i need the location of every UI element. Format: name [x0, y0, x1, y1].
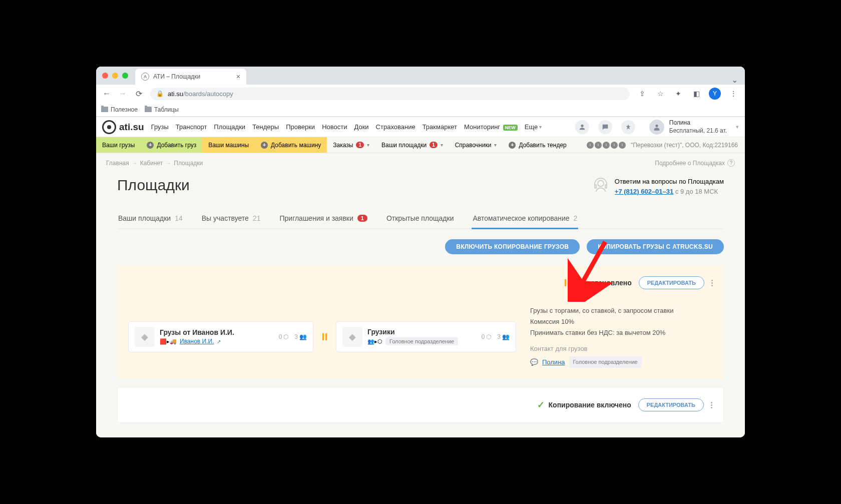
info-line: Комиссия 10% — [530, 316, 713, 327]
extensions-icon[interactable]: ✦ — [673, 90, 684, 98]
nav-cargo[interactable]: Грузы — [151, 123, 169, 131]
reload-icon[interactable]: ⟳ — [134, 89, 143, 99]
owner-link[interactable]: Иванов И.И. — [180, 338, 214, 345]
svg-point-0 — [581, 124, 583, 127]
help-hours: с 9 до 18 МСК — [675, 188, 718, 195]
nav-truckmarket[interactable]: Тракмаркет — [423, 123, 457, 131]
orders-link[interactable]: Заказы1▾ — [327, 137, 375, 153]
department-tag: Головное подразделение — [569, 356, 642, 368]
users-icon: 👥 — [502, 333, 510, 340]
close-tab-icon[interactable]: × — [236, 73, 240, 81]
user-circle-icon[interactable] — [575, 120, 589, 134]
tab-title: АТИ – Площадки — [153, 73, 200, 80]
help-title: Ответим на вопросы по Площадкам — [615, 177, 724, 187]
folder-icon — [101, 107, 108, 112]
chat-icon: 💬 — [530, 357, 538, 368]
references-link[interactable]: Справочники▾ — [449, 137, 503, 153]
contact-name[interactable]: Полина — [542, 357, 565, 368]
stack-icon: ◆ — [135, 327, 155, 347]
pause-icon — [322, 333, 327, 340]
tab-your-boards[interactable]: Ваши площадки14 — [117, 210, 184, 228]
dest-board-card[interactable]: ◆ Грузики 👥▸⬡ Головное подразделение 0⬡ — [336, 321, 516, 352]
autocopy-card-enabled: ✓ Копирование включено РЕДАКТИРОВАТЬ — [117, 387, 724, 423]
breadcrumb-home[interactable]: Главная — [106, 160, 129, 167]
nav-monitoring[interactable]: Мониторинг NEW — [464, 123, 518, 131]
nav-checks[interactable]: Проверки — [286, 123, 315, 131]
share-icon[interactable]: ⇪ — [637, 90, 648, 98]
help-icon: ? — [727, 159, 735, 167]
help-block: Ответим на вопросы по Площадкам +7 (812)… — [592, 177, 724, 196]
more-menu-icon[interactable] — [711, 402, 712, 408]
chevron-down-icon: ▾ — [736, 124, 739, 130]
nav-more[interactable]: Еще▾ — [525, 123, 542, 131]
address-bar[interactable]: 🔒 ati.su/boards/autocopy — [150, 88, 630, 100]
box-icon: ⬡ — [283, 333, 288, 340]
headset-icon — [592, 177, 610, 195]
back-icon[interactable]: ← — [102, 89, 111, 98]
add-tender-button[interactable]: +Добавить тендер — [503, 137, 572, 153]
copy-atrucks-button[interactable]: КОПИРОВАТЬ ГРУЗЫ С ATRUCKS.SU — [587, 239, 724, 254]
user-menu[interactable]: Полина Бесплатный, 21.6 ат. ▾ — [644, 119, 739, 135]
bell-icon[interactable] — [621, 120, 635, 134]
add-machine-button[interactable]: +Добавить машину — [255, 137, 327, 153]
plus-icon: + — [261, 142, 268, 149]
user-name: Полина — [669, 119, 727, 127]
edit-button[interactable]: РЕДАКТИРОВАТЬ — [639, 276, 704, 289]
chat-icon[interactable] — [598, 120, 612, 134]
add-cargo-button[interactable]: +Добавить груз — [141, 137, 202, 153]
nav-boards[interactable]: Площадки — [214, 123, 245, 131]
forward-icon[interactable]: → — [118, 89, 127, 98]
your-cargo-link[interactable]: Ваши грузы — [96, 137, 141, 153]
nav-transport[interactable]: Транспорт — [176, 123, 207, 131]
svg-point-2 — [598, 181, 604, 187]
bookmark-folder[interactable]: Таблицы — [145, 106, 179, 113]
avatar-icon — [649, 120, 664, 135]
enable-copy-button[interactable]: ВКЛЮЧИТЬ КОПИРОВАНИЕ ГРУЗОВ — [445, 239, 580, 254]
nav-tenders[interactable]: Тендеры — [252, 123, 279, 131]
star-icon[interactable]: ☆ — [655, 90, 666, 98]
source-board-card[interactable]: ◆ Грузы от Иванов И.И. 🟥▸🚚 Иванов И.И. ↗ — [128, 321, 313, 352]
nav-docs[interactable]: Доки — [354, 123, 368, 131]
tab-invitations[interactable]: Приглашения и заявки1 — [278, 210, 368, 228]
edit-button[interactable]: РЕДАКТИРОВАТЬ — [638, 398, 704, 411]
more-menu-icon[interactable] — [711, 280, 713, 286]
sidepanel-icon[interactable]: ◧ — [691, 90, 702, 98]
count-badge: 1 — [356, 142, 364, 148]
count-badge: 1 — [357, 215, 367, 222]
browser-chrome: А АТИ – Площадки × ⌄ ← → ⟳ 🔒 ati.su/boar… — [96, 67, 745, 117]
about-boards-link[interactable]: Подробнее о Площадках? — [655, 159, 735, 167]
nav-insurance[interactable]: Страхование — [376, 123, 415, 131]
tabs-dropdown-icon[interactable]: ⌄ — [731, 75, 738, 85]
folder-icon — [145, 107, 152, 112]
favicon-icon: А — [141, 73, 149, 81]
department-tag: Головное подразделение — [385, 337, 458, 345]
external-link-icon: ↗ — [217, 339, 221, 344]
autocopy-card-paused: Приостановлено РЕДАКТИРОВАТЬ ◆ Грузы от … — [117, 265, 724, 379]
dest-title: Грузики — [367, 328, 477, 336]
your-boards-link[interactable]: Ваши площадки1▾ — [375, 137, 449, 153]
users-icon: 👥 — [299, 333, 307, 340]
browser-tab[interactable]: А АТИ – Площадки × — [135, 69, 246, 85]
count-badge: 1 — [430, 142, 438, 148]
stack-icon: ◆ — [342, 327, 362, 347]
menu-icon[interactable]: ⋮ — [728, 90, 739, 98]
breadcrumb-cabinet[interactable]: Кабинет — [140, 160, 163, 167]
tab-open-boards[interactable]: Открытые площадки — [385, 210, 455, 228]
page-title: Площадки — [117, 177, 190, 194]
box-icon: ⬡ — [486, 333, 491, 340]
tab-participate[interactable]: Вы участвуете21 — [201, 210, 262, 228]
help-phone[interactable]: +7 (812) 602–01–31 — [615, 188, 673, 195]
window-controls[interactable] — [102, 73, 128, 79]
profile-icon[interactable]: Y — [709, 88, 721, 100]
your-machines-link[interactable]: Ваши машины — [202, 137, 255, 153]
logo-icon — [102, 120, 116, 134]
status-enabled: ✓ Копирование включено — [537, 399, 631, 410]
nav-news[interactable]: Новости — [322, 123, 347, 131]
source-title: Грузы от Иванов И.И. — [160, 328, 274, 336]
tab-autocopy[interactable]: Автоматическое копирование2 — [472, 210, 578, 228]
status-dots[interactable]: iiiii — [587, 142, 626, 149]
logo[interactable]: ati.su — [102, 120, 144, 134]
bookmark-folder[interactable]: Полезное — [101, 106, 138, 113]
new-badge: NEW — [503, 125, 518, 131]
app-header: ati.su Грузы Транспорт Площадки Тендеры … — [96, 117, 745, 137]
